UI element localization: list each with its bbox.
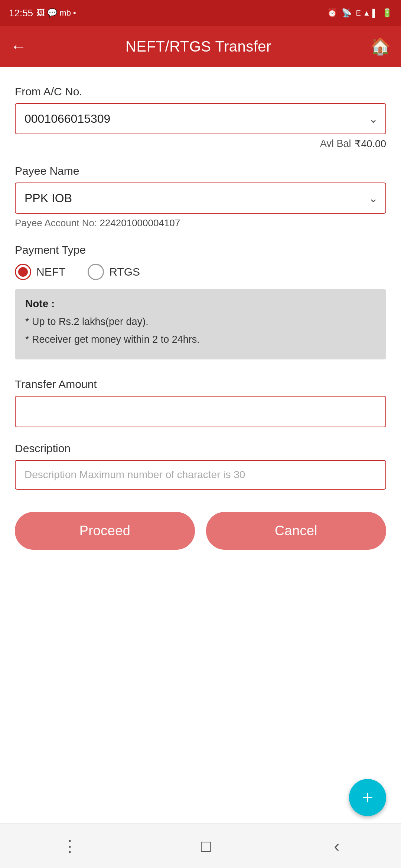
rtgs-radio-label: RTGS [109, 266, 140, 278]
neft-radio-circle[interactable] [15, 264, 31, 280]
action-buttons-row: Proceed Cancel [15, 512, 386, 565]
from-account-select[interactable]: 0001066015309 [16, 104, 385, 134]
cancel-button[interactable]: Cancel [206, 512, 386, 550]
signal-icon: E ▲ ▌ [356, 9, 378, 17]
transfer-amount-input[interactable] [15, 396, 386, 427]
payee-account-row: Payee Account No: 224201000004107 [15, 217, 386, 229]
status-time: 12:55 [9, 7, 33, 19]
wifi-icon: 📡 [342, 8, 352, 18]
back-button[interactable]: ← [10, 37, 27, 56]
status-left-icons: 🖼 💬 mb • [37, 8, 76, 18]
payment-type-label: Payment Type [15, 244, 386, 256]
bottom-nav: ⋮ □ ‹ [0, 823, 401, 868]
payee-account-number: 224201000004107 [100, 217, 180, 228]
note-item-2: * Receiver get money within 2 to 24hrs. [25, 333, 376, 347]
proceed-button[interactable]: Proceed [15, 512, 195, 550]
payee-name-select-wrapper[interactable]: PPK IOB ⌄ [15, 183, 386, 214]
from-account-label: From A/C No. [15, 85, 386, 98]
from-account-select-wrapper[interactable]: 0001066015309 ⌄ [15, 103, 386, 134]
payee-account-label: Payee Account No: [15, 217, 100, 228]
description-label: Description [15, 442, 386, 455]
neft-radio-inner [18, 267, 28, 277]
nav-home-icon[interactable]: □ [201, 837, 211, 855]
neft-radio-label: NEFT [36, 266, 65, 278]
page-title: NEFT/RTGS Transfer [125, 38, 271, 55]
app-bar: ← NEFT/RTGS Transfer 🏠 [0, 26, 401, 67]
payment-type-radio-group: NEFT RTGS [15, 264, 386, 280]
main-content: From A/C No. 0001066015309 ⌄ Avl Bal ₹40… [0, 67, 401, 823]
nav-back-icon[interactable]: ‹ [334, 837, 340, 855]
rtgs-radio-item[interactable]: RTGS [88, 264, 140, 280]
description-input[interactable] [15, 460, 386, 490]
status-left: 12:55 🖼 💬 mb • [9, 7, 76, 19]
status-right-icons: ⏰ 📡 E ▲ ▌ 🔋 [327, 8, 392, 18]
avl-bal-value: ₹40.00 [355, 138, 386, 150]
status-bar: 12:55 🖼 💬 mb • ⏰ 📡 E ▲ ▌ 🔋 [0, 0, 401, 26]
rtgs-radio-circle[interactable] [88, 264, 104, 280]
note-box: Note : * Up to Rs.2 lakhs(per day). * Re… [15, 289, 386, 359]
nav-recent-apps-icon[interactable]: ⋮ [62, 836, 78, 855]
note-item-1: * Up to Rs.2 lakhs(per day). [25, 315, 376, 329]
fab-plus-icon: + [362, 786, 373, 809]
alarm-icon: ⏰ [327, 8, 337, 18]
battery-icon: 🔋 [382, 8, 392, 18]
balance-row: Avl Bal ₹40.00 [15, 138, 386, 150]
neft-radio-item[interactable]: NEFT [15, 264, 65, 280]
note-title: Note : [25, 298, 376, 310]
payee-name-select[interactable]: PPK IOB [16, 183, 385, 213]
avl-bal-label: Avl Bal [320, 138, 351, 150]
fab-button[interactable]: + [349, 779, 386, 816]
payee-name-label: Payee Name [15, 165, 386, 177]
home-button[interactable]: 🏠 [370, 37, 391, 56]
transfer-amount-label: Transfer Amount [15, 378, 386, 391]
